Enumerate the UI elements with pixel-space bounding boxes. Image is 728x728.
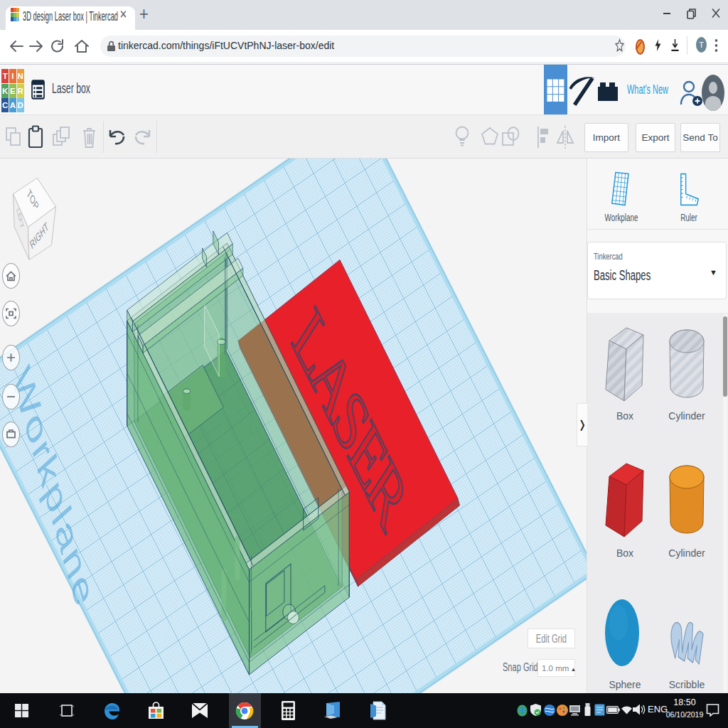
svg-text:Box: Box [616,547,633,559]
svg-text:Sphere: Sphere [609,679,641,690]
svg-text:Box: Box [616,410,633,422]
svg-text:Cylinder: Cylinder [668,547,705,559]
svg-text:Cylinder: Cylinder [668,410,705,422]
svg-text:Scribble: Scribble [669,679,705,690]
